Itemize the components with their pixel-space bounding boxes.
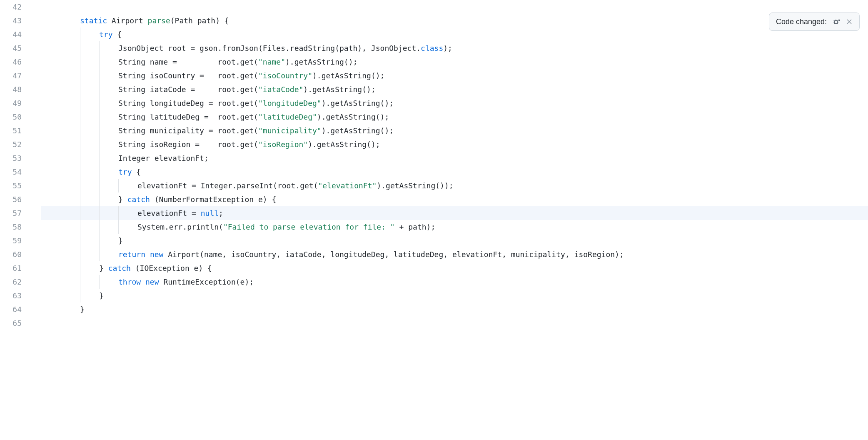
indent-guide	[99, 179, 100, 192]
indent-guide	[61, 96, 61, 110]
code-editor[interactable]: 4243444546474849505152535455565758596061…	[0, 0, 868, 440]
indent-guide	[80, 69, 80, 82]
code-text: }	[41, 236, 123, 245]
code-line[interactable]: elevationFt = Integer.parseInt(root.get(…	[41, 179, 868, 192]
code-text: String isoRegion = root.get("isoRegion")…	[41, 140, 380, 149]
code-line[interactable]: String name = root.get("name").getAsStri…	[41, 55, 868, 69]
line-number: 62	[0, 275, 22, 289]
indent-guide	[99, 138, 100, 151]
indent-guide	[80, 275, 80, 289]
code-text: } catch (NumberFormatException e) {	[41, 195, 276, 204]
code-line[interactable]	[41, 316, 868, 330]
line-number: 44	[0, 28, 22, 41]
indent-guide	[61, 179, 61, 192]
indent-guide	[61, 302, 61, 316]
indent-guide	[80, 55, 80, 69]
code-line[interactable]: }	[41, 302, 868, 316]
code-line[interactable]: }	[41, 289, 868, 302]
code-line[interactable]	[41, 0, 868, 14]
code-text: }	[41, 291, 104, 300]
code-line[interactable]: String longitudeDeg = root.get("longitud…	[41, 96, 868, 110]
indent-guide	[61, 138, 61, 151]
indent-guide	[61, 206, 61, 220]
code-area[interactable]: static Airport parse(Path path) {try {Js…	[41, 0, 868, 440]
code-line[interactable]: throw new RuntimeException(e);	[41, 275, 868, 289]
code-line[interactable]: try {	[41, 28, 868, 41]
line-number: 49	[0, 96, 22, 110]
close-icon[interactable]	[846, 18, 853, 25]
indent-guide	[61, 14, 61, 28]
indent-guide	[118, 206, 119, 220]
indent-guide	[99, 96, 100, 110]
line-number: 56	[0, 192, 22, 206]
indent-guide	[80, 41, 80, 55]
code-text: static Airport parse(Path path) {	[41, 16, 229, 25]
line-number: 51	[0, 124, 22, 138]
line-number: 48	[0, 82, 22, 96]
code-text: try {	[41, 168, 141, 176]
line-number: 59	[0, 234, 22, 248]
svg-line-7	[837, 23, 838, 24]
code-line[interactable]: static Airport parse(Path path) {	[41, 14, 868, 28]
code-text: elevationFt = Integer.parseInt(root.get(…	[41, 181, 454, 190]
indent-guide	[99, 275, 100, 289]
code-line[interactable]: } catch (IOException e) {	[41, 261, 868, 275]
line-number: 64	[0, 302, 22, 316]
indent-guide	[61, 220, 61, 234]
indent-guide	[80, 261, 80, 275]
code-text: String longitudeDeg = root.get("longitud…	[41, 99, 394, 108]
code-line[interactable]: try {	[41, 165, 868, 179]
line-number: 52	[0, 138, 22, 151]
indent-guide	[118, 220, 119, 234]
indent-guide	[80, 206, 80, 220]
code-line[interactable]: String latitudeDeg = root.get("latitudeD…	[41, 110, 868, 124]
code-line[interactable]: } catch (NumberFormatException e) {	[41, 192, 868, 206]
indent-guide	[80, 151, 80, 165]
indent-guide	[99, 220, 100, 234]
indent-guide	[80, 289, 80, 302]
line-number: 43	[0, 14, 22, 28]
code-line[interactable]: System.err.println("Failed to parse elev…	[41, 220, 868, 234]
code-changed-notification: Code changed:	[769, 12, 860, 31]
code-line[interactable]: String isoRegion = root.get("isoRegion")…	[41, 138, 868, 151]
line-number: 65	[0, 316, 22, 330]
line-number: 55	[0, 179, 22, 192]
indent-guide	[80, 192, 80, 206]
indent-guide	[99, 41, 100, 55]
code-line[interactable]: elevationFt = null;	[41, 206, 868, 220]
code-text	[41, 319, 61, 328]
code-text: } catch (IOException e) {	[41, 264, 212, 272]
indent-guide	[61, 28, 61, 41]
notification-label: Code changed:	[776, 18, 827, 26]
svg-line-2	[834, 20, 835, 21]
line-number: 57	[0, 206, 22, 220]
indent-guide	[80, 124, 80, 138]
indent-guide	[80, 28, 80, 41]
indent-guide	[99, 124, 100, 138]
indent-guide	[61, 124, 61, 138]
indent-guide	[80, 138, 80, 151]
svg-point-0	[834, 20, 838, 24]
indent-guide	[61, 151, 61, 165]
svg-line-6	[834, 23, 835, 24]
code-line[interactable]: String iataCode = root.get("iataCode").g…	[41, 82, 868, 96]
code-line[interactable]: JsonObject root = gson.fromJson(Files.re…	[41, 41, 868, 55]
indent-guide	[80, 82, 80, 96]
indent-guide	[99, 110, 100, 124]
code-line[interactable]: Integer elevationFt;	[41, 151, 868, 165]
code-text: String name = root.get("name").getAsStri…	[41, 58, 357, 66]
debug-refresh-icon[interactable]	[832, 17, 841, 26]
line-number: 50	[0, 110, 22, 124]
indent-guide	[99, 192, 100, 206]
indent-guide	[61, 165, 61, 179]
code-line[interactable]: String municipality = root.get("municipa…	[41, 124, 868, 138]
indent-guide	[61, 110, 61, 124]
code-line[interactable]: String isoCountry = root.get("isoCountry…	[41, 69, 868, 82]
indent-guide	[61, 0, 61, 14]
code-line[interactable]: }	[41, 234, 868, 248]
line-number: 54	[0, 165, 22, 179]
code-line[interactable]: return new Airport(name, isoCountry, iat…	[41, 248, 868, 261]
indent-guide	[61, 41, 61, 55]
indent-guide	[80, 220, 80, 234]
line-number: 42	[0, 0, 22, 14]
